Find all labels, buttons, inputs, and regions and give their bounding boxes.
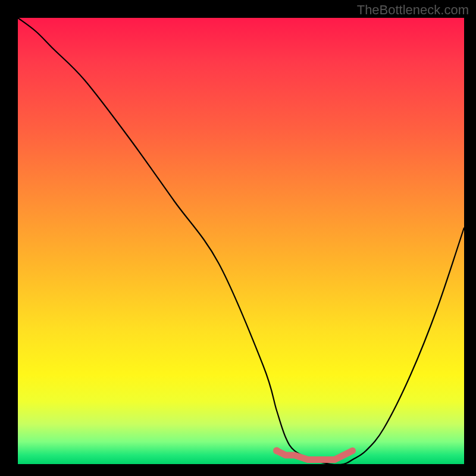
- minimum-marker-line: [277, 451, 353, 460]
- watermark-text: TheBottleneck.com: [357, 2, 469, 18]
- chart-svg: [18, 18, 464, 464]
- bottleneck-curve: [18, 18, 464, 465]
- minimum-marker-start-dot: [273, 447, 280, 455]
- chart-gradient-background: [18, 18, 464, 464]
